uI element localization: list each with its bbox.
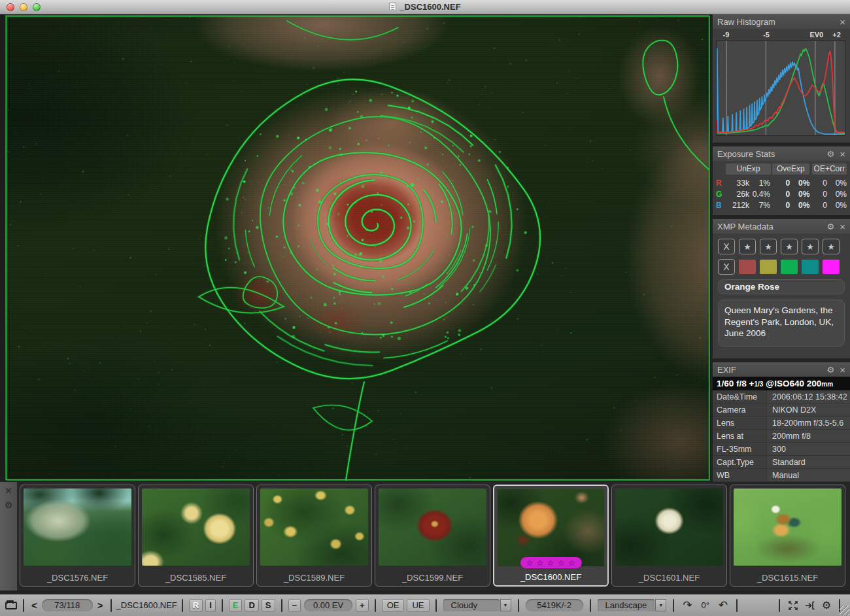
chevron-down-icon[interactable]: ▼: [500, 599, 511, 611]
rotation-angle: 0°: [696, 600, 714, 610]
exif-row: FL-35mm300: [713, 443, 850, 456]
panel-xmp-metadata: XMP Metadata ⚙ × X ★ ★ ★ ★ ★ X: [713, 219, 850, 358]
image-counter[interactable]: 73/118: [42, 599, 93, 611]
toggle-s-button[interactable]: S: [262, 599, 275, 612]
thumbnail-strip: _DSC1576.NEF _DSC1585.NEF _DSC1589.NEF _…: [17, 482, 850, 590]
raw-histogram-header[interactable]: Raw Histogram ×: [713, 14, 850, 29]
next-image-button[interactable]: >: [95, 600, 106, 611]
current-filename: _DSC1600.NEF: [116, 600, 177, 610]
settings-gear-icon[interactable]: ⚙: [822, 599, 831, 611]
toggle-i-button[interactable]: I: [205, 599, 216, 612]
next-panel-icon[interactable]: [805, 600, 815, 611]
star-5-button[interactable]: ★: [823, 239, 840, 254]
title-bar: _DSC1600.NEF: [0, 0, 850, 14]
filmstrip-controls: ✕ ⚙: [0, 482, 17, 590]
thumbnail-dsc1600-selected[interactable]: ☆ ☆ ☆ ☆ ☆ _DSC1600.NEF: [493, 485, 609, 587]
filmstrip-gear-icon[interactable]: ⚙: [5, 501, 12, 509]
resize-grip[interactable]: [840, 606, 849, 615]
close-icon[interactable]: ×: [840, 222, 845, 231]
close-icon[interactable]: ×: [840, 365, 845, 375]
exif-header[interactable]: EXIF ⚙ ×: [713, 362, 850, 377]
star-3-button[interactable]: ★: [781, 239, 798, 254]
window-title-wrap: _DSC1600.NEF: [389, 2, 460, 12]
close-window-button[interactable]: [7, 3, 14, 11]
minimize-window-button[interactable]: [20, 3, 27, 11]
thumbnail-image: [24, 488, 131, 566]
filmstrip-close-icon[interactable]: ✕: [5, 487, 12, 495]
exposure-stats-header[interactable]: Exposure Stats ⚙ ×: [713, 146, 850, 161]
gear-icon[interactable]: ⚙: [827, 222, 835, 231]
thumbnail-dsc1599[interactable]: _DSC1599.NEF: [375, 485, 490, 587]
rating-row: X ★ ★ ★ ★ ★: [718, 239, 845, 254]
open-folder-icon[interactable]: [5, 602, 17, 609]
label-swatch-blue[interactable]: [802, 260, 819, 274]
image-viewer[interactable]: [0, 14, 711, 481]
exif-row: Lens18-200mm f/3.5-5.6: [713, 417, 850, 430]
label-swatch-purple[interactable]: [823, 260, 840, 274]
xmp-description-field[interactable]: Queen Mary's Gardens, the Regent's Park,…: [718, 299, 845, 347]
star-2-button[interactable]: ★: [760, 239, 777, 254]
fullscreen-icon[interactable]: [788, 600, 798, 611]
histogram-plot: [716, 41, 845, 136]
ev-plus-button[interactable]: +: [356, 599, 369, 612]
orientation-value[interactable]: Landscape: [598, 599, 655, 611]
col-oecorr: OE+Corr: [812, 163, 847, 175]
thumbnail-dsc1576[interactable]: _DSC1576.NEF: [20, 485, 135, 587]
thumbnail-dsc1589[interactable]: _DSC1589.NEF: [256, 485, 372, 587]
thumbnail-dsc1601[interactable]: _DSC1601.NEF: [611, 485, 727, 587]
toggle-d-button[interactable]: D: [245, 599, 258, 612]
close-icon[interactable]: ×: [840, 17, 845, 27]
thumbnail-image: [734, 488, 842, 566]
thumbnail-image: [615, 488, 723, 566]
filmstrip: ✕ ⚙ _DSC1576.NEF _DSC1585.NEF _DSC1589.N…: [0, 482, 850, 590]
window-title: _DSC1600.NEF: [400, 2, 460, 12]
tick-minus9: -9: [723, 31, 730, 39]
exif-row: CameraNIKON D2X: [713, 403, 850, 417]
toggle-e-button[interactable]: E: [229, 599, 243, 612]
wb-preset-value[interactable]: Cloudy: [443, 599, 500, 611]
wb-kelvin-field[interactable]: 5419K/-2: [526, 599, 583, 611]
xmp-header[interactable]: XMP Metadata ⚙ ×: [713, 219, 850, 233]
ev-minus-button[interactable]: −: [288, 599, 301, 612]
thumbnail-label: _DSC1601.NEF: [612, 573, 726, 583]
label-swatch-yellow[interactable]: [760, 260, 777, 274]
exif-table: Date&Time2006:06:12 15:38:42 CameraNIKON…: [713, 390, 850, 495]
chevron-down-icon[interactable]: ▼: [655, 599, 666, 611]
histogram-body: -9 -5 EV0 +2: [713, 29, 850, 143]
rotate-cw-icon[interactable]: ↷: [679, 600, 696, 611]
toggle-r-button[interactable]: R: [189, 599, 203, 612]
thumbnail-dsc1615[interactable]: _DSC1615.NEF: [730, 485, 845, 587]
ue-button[interactable]: UE: [407, 599, 429, 612]
xmp-title: XMP Metadata: [717, 222, 774, 231]
clear-rating-button[interactable]: X: [718, 239, 735, 254]
traffic-lights: [7, 3, 41, 11]
star-4-button[interactable]: ★: [802, 239, 819, 254]
prev-image-button[interactable]: <: [29, 600, 40, 611]
exif-row: WBManual: [713, 469, 850, 482]
document-icon: [389, 3, 396, 11]
tick-minus5: -5: [763, 31, 770, 39]
col-oveexp: OveExp: [772, 163, 809, 175]
white-balance-dropdown[interactable]: Cloudy ▼: [443, 599, 511, 611]
tick-ev0: EV0: [809, 31, 823, 39]
clear-label-button[interactable]: X: [718, 259, 735, 275]
star-1-button[interactable]: ★: [739, 239, 756, 254]
gear-icon[interactable]: ⚙: [827, 150, 835, 158]
exif-row: Date&Time2006:06:12 15:38:42: [713, 390, 850, 403]
oe-button[interactable]: OE: [382, 599, 405, 612]
close-icon[interactable]: ×: [840, 149, 845, 159]
rating-stars-pill[interactable]: ☆ ☆ ☆ ☆ ☆: [520, 557, 581, 568]
orientation-dropdown[interactable]: Landscape ▼: [598, 599, 667, 611]
rotate-ccw-icon[interactable]: ↶: [715, 600, 732, 611]
thumbnail-dsc1585[interactable]: _DSC1585.NEF: [138, 485, 254, 587]
ev-value-field[interactable]: 0.00 EV: [304, 599, 352, 611]
gear-icon[interactable]: ⚙: [827, 366, 835, 374]
label-row: X: [718, 259, 845, 275]
main-photo-focus-peaking-view[interactable]: [5, 15, 709, 480]
zoom-window-button[interactable]: [33, 3, 41, 11]
label-swatch-red[interactable]: [739, 260, 756, 274]
exif-title: EXIF: [717, 365, 736, 375]
app-window: _DSC1600.NEF Raw Histogram × -9 -5 EV0 +…: [0, 0, 850, 616]
label-swatch-green[interactable]: [781, 260, 798, 274]
xmp-title-field[interactable]: Orange Rose: [718, 279, 845, 294]
